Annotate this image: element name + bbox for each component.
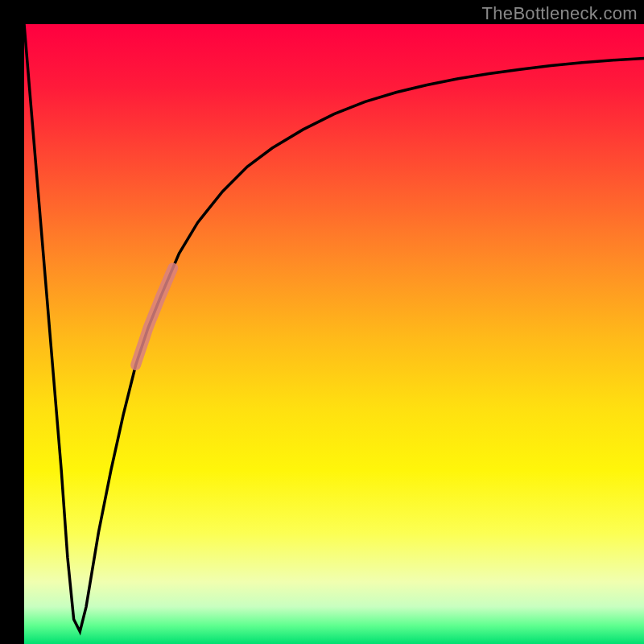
curve-layer xyxy=(24,24,644,644)
highlight-segment-path xyxy=(136,268,173,365)
chart-frame: TheBottleneck.com xyxy=(0,0,644,644)
watermark-text: TheBottleneck.com xyxy=(482,3,638,24)
bottleneck-curve-path xyxy=(24,24,644,632)
plot-area xyxy=(24,24,644,644)
